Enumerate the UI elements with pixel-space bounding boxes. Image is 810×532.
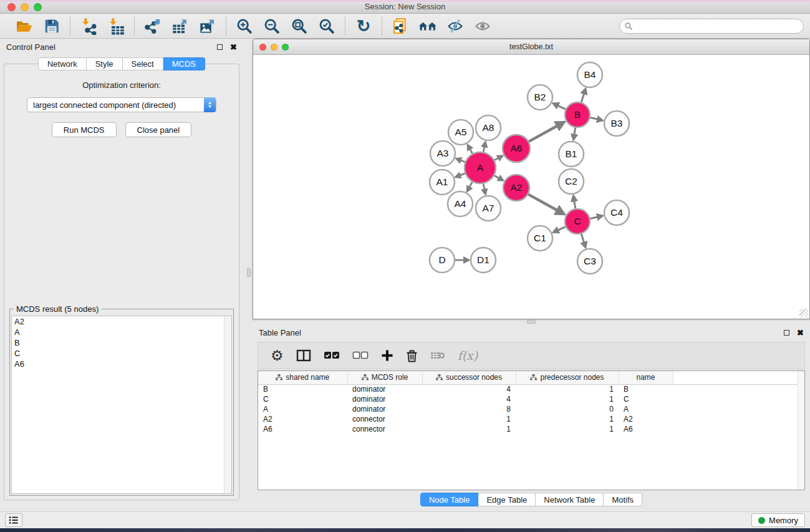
criterion-select[interactable]: largest connected component (directed) ▲…: [27, 97, 216, 112]
graph-node-A2[interactable]: A2: [503, 175, 529, 201]
network-canvas[interactable]: AA1A2A3A4A5A6A7A8BB1B2B3B4CC1C2C3C4DD1: [253, 55, 809, 319]
run-mcds-button[interactable]: Run MCDS: [52, 122, 117, 137]
close-panel-button[interactable]: Close panel: [125, 122, 192, 137]
tab-network-table[interactable]: Network Table: [536, 493, 604, 506]
show-all-button[interactable]: [471, 16, 494, 36]
edge-A-A2[interactable]: [494, 176, 499, 178]
vertical-splitter-grip[interactable]: [247, 268, 251, 277]
graph-node-B4[interactable]: B4: [577, 62, 602, 87]
table-row[interactable]: Cdominator41C: [258, 394, 804, 404]
network-from-selection-button[interactable]: [388, 16, 412, 36]
delete-column-button[interactable]: [406, 346, 418, 365]
edge-C-C4[interactable]: [590, 217, 597, 219]
table-cell[interactable]: 8: [422, 404, 516, 414]
float-table-panel-icon[interactable]: [784, 330, 789, 336]
memory-button[interactable]: Memory: [751, 513, 805, 527]
tab-motifs[interactable]: Motifs: [604, 493, 642, 506]
zoom-in-button[interactable]: [233, 16, 256, 36]
export-table-button[interactable]: [168, 16, 192, 36]
graph-node-A4[interactable]: A4: [448, 191, 473, 216]
network-window-titlebar[interactable]: testGlobe.txt: [253, 39, 809, 55]
save-session-button[interactable]: [40, 16, 64, 36]
function-builder-label[interactable]: f(x): [458, 349, 478, 362]
graph-node-C4[interactable]: C4: [604, 200, 629, 225]
graph-node-D[interactable]: D: [430, 248, 455, 273]
table-cell[interactable]: connector: [347, 414, 422, 424]
delete-table-button[interactable]: [430, 346, 445, 365]
graph-node-C3[interactable]: C3: [577, 249, 602, 274]
column-header-successor-nodes[interactable]: successor nodes: [422, 371, 516, 384]
edge-B-B4[interactable]: [581, 93, 584, 102]
hide-selected-button[interactable]: [443, 16, 467, 36]
mcds-result-item[interactable]: A2: [12, 316, 231, 327]
column-header-name[interactable]: name: [619, 371, 673, 384]
graph-node-C1[interactable]: C1: [528, 226, 552, 251]
select-all-button[interactable]: [324, 346, 340, 365]
column-header-shared-name[interactable]: shared name: [258, 371, 347, 384]
network-graph[interactable]: AA1A2A3A4A5A6A7A8BB1B2B3B4CC1C2C3C4DD1: [253, 55, 809, 319]
mcds-result-item[interactable]: B: [12, 337, 231, 348]
table-settings-button[interactable]: ⚙: [271, 346, 284, 365]
table-cell[interactable]: 0: [516, 404, 619, 414]
edge-B-B1[interactable]: [574, 128, 576, 135]
edge-A6-B[interactable]: [529, 125, 557, 142]
mcds-result-list[interactable]: A2ABCA6: [11, 316, 232, 494]
table-cell[interactable]: 1: [516, 384, 619, 394]
graph-node-A[interactable]: A: [465, 152, 496, 183]
graph-node-A5[interactable]: A5: [448, 120, 473, 145]
mcds-result-item[interactable]: A6: [12, 359, 231, 369]
table-cell[interactable]: connector: [347, 424, 422, 434]
zoom-selected-button[interactable]: [315, 16, 339, 36]
table-row[interactable]: Adominator80A: [258, 404, 804, 414]
graph-node-A3[interactable]: A3: [430, 141, 455, 166]
mcds-result-item[interactable]: A: [12, 327, 231, 337]
table-cell[interactable]: A6: [619, 424, 673, 434]
edge-A-A4[interactable]: [470, 182, 473, 188]
tab-network[interactable]: Network: [38, 57, 87, 70]
table-cell[interactable]: 4: [422, 394, 516, 404]
tab-node-table[interactable]: Node Table: [420, 493, 479, 506]
edge-A2-C[interactable]: [528, 195, 557, 211]
search-input[interactable]: [619, 19, 804, 34]
edge-B-B3[interactable]: [590, 118, 597, 120]
zoom-fit-button[interactable]: [287, 16, 311, 36]
network-close-button[interactable]: [259, 44, 266, 51]
horizontal-splitter-grip[interactable]: [527, 320, 536, 324]
table-cell[interactable]: dominator: [347, 384, 422, 394]
edge-A-A7[interactable]: [483, 183, 485, 190]
table-cell[interactable]: C: [258, 394, 347, 404]
table-row[interactable]: A2connector11A2: [258, 414, 804, 424]
graph-node-A1[interactable]: A1: [430, 170, 455, 195]
close-panel-icon[interactable]: ✖: [230, 43, 237, 51]
network-maximize-button[interactable]: [282, 44, 289, 51]
open-file-button[interactable]: [12, 16, 36, 36]
window-resize-grip[interactable]: [799, 309, 808, 317]
zoom-out-button[interactable]: [260, 16, 284, 36]
table-cell[interactable]: A2: [619, 414, 673, 424]
table-cell[interactable]: A: [258, 404, 347, 414]
table-cell[interactable]: B: [619, 384, 673, 394]
table-row[interactable]: Bdominator41B: [258, 384, 804, 394]
graph-node-A8[interactable]: A8: [476, 115, 501, 140]
export-network-button[interactable]: [141, 16, 165, 36]
graph-node-B2[interactable]: B2: [528, 85, 552, 110]
table-cell[interactable]: 1: [516, 414, 619, 424]
task-history-button[interactable]: [5, 513, 22, 527]
table-cell[interactable]: dominator: [347, 404, 422, 414]
mcds-result-item[interactable]: C: [12, 348, 231, 359]
edge-C-C2[interactable]: [574, 200, 576, 208]
column-header-predecessor-nodes[interactable]: predecessor nodes: [516, 371, 619, 384]
table-cell[interactable]: 1: [516, 424, 619, 434]
edge-A-A3[interactable]: [460, 160, 465, 162]
table-scrollbar[interactable]: [798, 371, 804, 490]
table-cell[interactable]: 1: [422, 424, 516, 434]
table-cell[interactable]: dominator: [347, 394, 422, 404]
network-minimize-button[interactable]: [271, 44, 277, 51]
table-cell[interactable]: A6: [258, 424, 347, 434]
graph-node-C2[interactable]: C2: [559, 169, 584, 194]
graph-node-B1[interactable]: B1: [559, 142, 584, 167]
table-cell[interactable]: 1: [516, 394, 619, 404]
edge-A-A6[interactable]: [494, 158, 499, 160]
tab-mcds[interactable]: MCDS: [163, 57, 205, 70]
first-neighbors-button[interactable]: [416, 16, 440, 36]
